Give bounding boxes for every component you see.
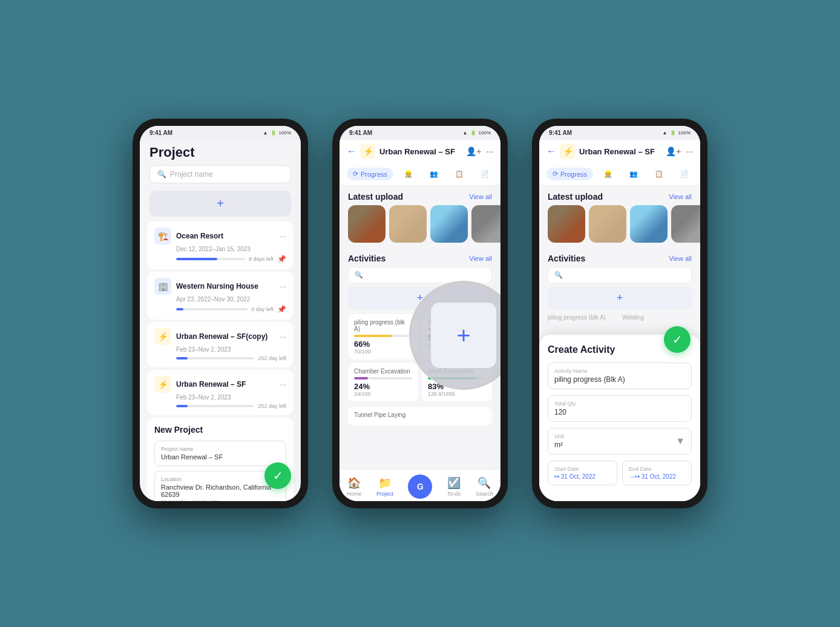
activity-sub-2: 24/100 (354, 391, 412, 397)
project-item-urban[interactable]: ⚡ Urban Renewal – SF ··· Feb 23–Nov 2, 2… (147, 370, 294, 415)
tab-4-3[interactable]: 📋 (649, 168, 669, 180)
search-icon-2: 🔍 (355, 271, 363, 279)
pin-icon-0: 📌 (277, 255, 286, 263)
project-icon-2: ⚡ (154, 328, 171, 345)
create-activity-sheet: Create Activity Activity Name piling pro… (539, 335, 700, 501)
upload-thumb-1[interactable] (348, 205, 386, 243)
activity-name-2: Chamber Excavation (354, 368, 412, 375)
new-project-btn[interactable]: + (149, 191, 291, 217)
search-icon: 🔍 (157, 170, 166, 179)
activities-search-3[interactable]: 🔍 (548, 267, 692, 283)
start-date-sheet-value: ↦ 31 Oct, 2022 (554, 473, 611, 480)
tab-3-3[interactable]: 👥 (623, 168, 644, 180)
tab-icon-5-3: 📄 (680, 170, 689, 178)
unit-field[interactable]: Unit m² ▼ (548, 428, 692, 455)
project-item-ocean-resort[interactable]: 🏗️ Ocean Resort ··· Dec 12, 2022–Jan 15,… (147, 222, 294, 269)
more-options-icon[interactable]: ··· (486, 146, 493, 156)
project-name-field[interactable]: Project name Urban Renewal – SF (154, 441, 286, 466)
tab-3-2[interactable]: 👥 (424, 168, 444, 180)
tab-icon-4: 📋 (455, 170, 464, 178)
project-menu-0[interactable]: ··· (279, 231, 286, 241)
todo-icon-2: ☑️ (447, 476, 461, 490)
checkmark-icon-3: ✓ (672, 332, 683, 347)
end-date-sheet-field[interactable]: End Date →↦ 31 Oct, 2022 (622, 461, 692, 485)
progress-tab-label: Progress (361, 171, 387, 178)
project-menu-1[interactable]: ··· (279, 281, 286, 291)
fab-confirm-3[interactable]: ✓ (664, 326, 691, 353)
project-name-label: Project name (161, 446, 280, 452)
status-time-2: 9:41 AM (349, 130, 372, 136)
status-bar-3: 9:41 AM ▲ 🔋 100% (539, 126, 700, 140)
back-btn-3[interactable]: ← (546, 146, 556, 157)
project-item-urban-copy[interactable]: ⚡ Urban Renewal – SF(copy) ··· Feb 23–No… (147, 322, 294, 367)
upload-thumb-2-3[interactable] (589, 205, 626, 243)
total-qty-field[interactable]: Total Qty 120 (548, 395, 692, 422)
nav-project-2[interactable]: 📁 Project (376, 476, 393, 497)
add-activity-btn-3[interactable]: + (548, 287, 692, 309)
phone-1-screen: 9:41 AM ▲ 🔋 100% Project 🔍 Project name … (140, 126, 301, 501)
upload-thumb-3[interactable] (430, 205, 468, 243)
tabs-row-3: ⟳ Progress 👷 👥 📋 📄 (539, 163, 700, 186)
project-icon-nav-2: 📁 (378, 476, 392, 490)
upload-thumb-3-3[interactable] (630, 205, 668, 243)
activity-name-0: piling progress (blk A) (354, 319, 412, 332)
progress-fill-2 (176, 357, 188, 359)
tab-4-2[interactable]: 📋 (449, 168, 470, 180)
start-date-sheet-field[interactable]: Start Date ↦ 31 Oct, 2022 (548, 461, 617, 485)
search-bar[interactable]: 🔍 Project name (149, 165, 291, 183)
activity-pct-2: 24% (354, 382, 412, 391)
activity-name-value: piling progress (Blk A) (554, 375, 685, 384)
project-date-3: Feb 23–Nov 2, 2023 (176, 394, 286, 401)
project-icon-3: ⚡ (154, 376, 171, 393)
upload-header-3: Latest upload View all (539, 186, 700, 205)
add-user-icon-3[interactable]: 👤+ (666, 146, 681, 156)
nav-fab-2[interactable]: G (408, 474, 432, 499)
tab-progress-3[interactable]: ⟳ Progress (546, 168, 593, 180)
partial-activity-1: piling progress (blk A) (548, 314, 617, 321)
activities-view-all-3[interactable]: View all (669, 255, 692, 262)
upload-view-all-2[interactable]: View all (469, 193, 492, 200)
total-qty-label: Total Qty (554, 401, 685, 407)
project-menu-3[interactable]: ··· (279, 379, 286, 389)
upload-thumb-2[interactable] (389, 205, 427, 243)
tab-icon-3: 👥 (430, 170, 438, 178)
tab-progress-2[interactable]: ⟳ Progress (347, 168, 393, 180)
activity-name-field[interactable]: Activity Name piling progress (Blk A) (548, 363, 692, 389)
search-nav-icon-2: 🔍 (477, 476, 491, 490)
phone-3: 9:41 AM ▲ 🔋 100% ← ⚡ Urban Renewal – SF … (532, 119, 707, 508)
tab-5-2[interactable]: 📄 (474, 168, 495, 180)
project-logo-3: ⚡ (560, 143, 576, 159)
tab-2-3[interactable]: 👷 (598, 168, 619, 180)
project-name-2: Urban Renewal – SF(copy) (176, 332, 274, 341)
upload-thumb-4-3[interactable] (671, 205, 700, 243)
nav-home-2[interactable]: 🏠 Home (347, 476, 361, 497)
tunnel-card[interactable]: Tunnel Pipe Laying (348, 407, 492, 425)
upload-thumb-4[interactable] (471, 205, 500, 243)
status-icons-1: ▲ 🔋 100% (263, 130, 291, 136)
activity-card-0[interactable]: piling progress (blk A) 66% 70/100 (348, 314, 418, 359)
battery-icon-2: 🔋 (470, 130, 476, 136)
upload-title-2: Latest upload (348, 192, 403, 202)
page-title-1: Project (149, 145, 291, 160)
progress-fill-1 (176, 308, 183, 310)
project-menu-2[interactable]: ··· (279, 332, 286, 341)
fab-confirm-1[interactable]: ✓ (264, 462, 291, 489)
back-btn-2[interactable]: ← (347, 146, 356, 157)
add-user-icon[interactable]: 👤+ (466, 146, 481, 156)
activity-bar-fill-2 (354, 377, 368, 379)
nav-todo-2[interactable]: ☑️ To-do (447, 476, 461, 497)
tab-5-3[interactable]: 📄 (674, 168, 695, 180)
more-options-icon-3[interactable]: ··· (686, 146, 693, 156)
activities-view-all-2[interactable]: View all (469, 255, 492, 262)
activity-sub-0: 70/100 (354, 349, 412, 355)
activity-card-2[interactable]: Chamber Excavation 24% 24/100 (348, 363, 418, 402)
wifi-icon: ▲ (263, 130, 268, 136)
upload-thumb-1-3[interactable] (548, 205, 585, 243)
tab-2-2[interactable]: 👷 (398, 168, 419, 180)
nav-project-label-2: Project (376, 491, 393, 497)
activity-pct-0: 66% (354, 340, 412, 349)
project-item-nursing[interactable]: 🏢 Western Nursing House ··· Apr 23, 2022… (147, 272, 294, 320)
nav-search-2[interactable]: 🔍 Search (476, 476, 493, 497)
project-date-0: Dec 12, 2022–Jan 15, 2023 (176, 246, 286, 252)
upload-view-all-3[interactable]: View all (669, 193, 692, 200)
